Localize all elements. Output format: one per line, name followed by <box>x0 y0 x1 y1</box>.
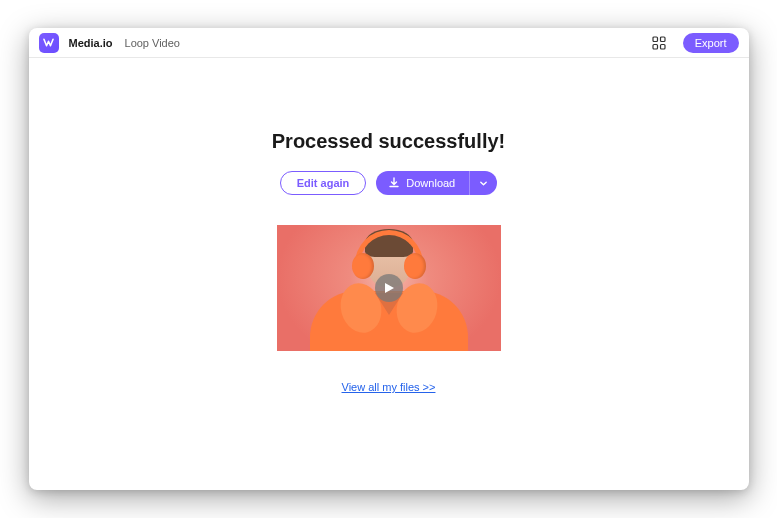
main-content: Processed successfully! Edit again Downl… <box>29 58 749 490</box>
success-title: Processed successfully! <box>272 130 505 153</box>
play-button[interactable] <box>375 274 403 302</box>
action-row: Edit again Download <box>280 171 497 195</box>
tool-name: Loop Video <box>125 37 180 49</box>
view-all-files-link[interactable]: View all my files >> <box>342 381 436 393</box>
svg-rect-3 <box>660 44 665 49</box>
header-bar: Media.io Loop Video Export <box>29 28 749 58</box>
grid-icon <box>652 36 666 50</box>
download-options-button[interactable] <box>469 171 497 195</box>
download-button[interactable]: Download <box>376 171 469 195</box>
export-button[interactable]: Export <box>683 33 739 53</box>
svg-rect-2 <box>653 44 658 49</box>
edit-again-button[interactable]: Edit again <box>280 171 367 195</box>
chevron-down-icon <box>479 179 488 188</box>
svg-rect-0 <box>653 37 658 42</box>
brand-name: Media.io <box>69 37 113 49</box>
download-label: Download <box>406 177 455 189</box>
svg-rect-1 <box>660 37 665 42</box>
logo-icon <box>42 36 55 49</box>
app-window: Media.io Loop Video Export Processed suc… <box>29 28 749 490</box>
play-icon <box>384 282 395 294</box>
video-preview[interactable] <box>277 225 501 351</box>
apps-grid-button[interactable] <box>651 35 667 51</box>
logo-badge <box>39 33 59 53</box>
download-icon <box>388 177 400 189</box>
download-button-group: Download <box>376 171 497 195</box>
